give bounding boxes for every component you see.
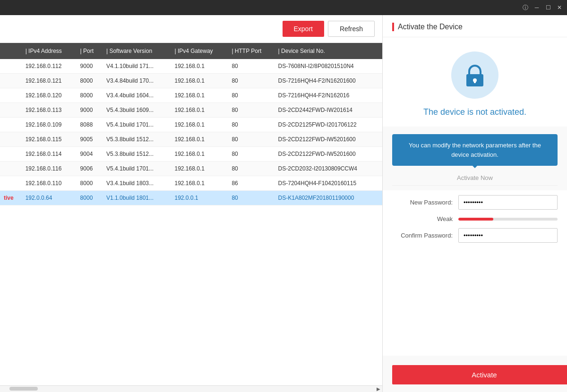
table-cell: [0, 132, 22, 147]
table-row[interactable]: 192.168.0.1139000V5.4.3build 1609...192.…: [0, 103, 382, 118]
table-row[interactable]: 192.168.0.1218000V3.4.84build 170...192.…: [0, 74, 382, 88]
table-cell: [0, 103, 22, 118]
col-ipv4: | IPv4 Address: [22, 43, 77, 59]
table-cell: 9005: [77, 132, 103, 147]
table-cell: 192.168.0.1: [171, 88, 228, 103]
table-cell: DS-2CD2122FWD-IW5201600: [275, 147, 382, 162]
table-header-row: | IPv4 Address | Port | Software Version…: [0, 43, 382, 59]
table-cell: V1.1.0build 1801...: [103, 191, 171, 205]
table-cell: 192.168.0.120: [22, 88, 77, 103]
table-cell: 192.168.0.110: [22, 176, 77, 191]
table-cell: [0, 176, 22, 191]
confirm-password-label: Confirm Password:: [392, 232, 458, 239]
table-cell: [0, 118, 22, 132]
table-cell: V4.1.10build 171...: [103, 59, 171, 74]
table-cell: 9004: [77, 147, 103, 162]
col-software: | Software Version: [103, 43, 171, 59]
devices-table: | IPv4 Address | Port | Software Version…: [0, 43, 382, 205]
table-cell: V3.4.1build 1803...: [103, 176, 171, 191]
table-cell: 192.168.0.114: [22, 147, 77, 162]
table-cell: V3.4.4build 1604...: [103, 88, 171, 103]
table-cell: 192.168.0.1: [171, 162, 228, 176]
lock-icon: [463, 63, 487, 87]
table-cell: 9000: [77, 59, 103, 74]
table-cell: 192.168.0.113: [22, 103, 77, 118]
table-cell: V5.3.8build 1512...: [103, 147, 171, 162]
table-cell: 192.168.0.1: [171, 103, 228, 118]
table-cell: 80: [228, 74, 274, 88]
table-row[interactable]: 192.168.0.1208000V3.4.4build 1604...192.…: [0, 88, 382, 103]
right-panel-header: Activate the Device: [383, 15, 567, 37]
table-row[interactable]: 192.168.0.1098088V5.4.1build 1701...192.…: [0, 118, 382, 132]
strength-bar-container: [458, 218, 558, 221]
info-button[interactable]: ⓘ: [522, 4, 529, 11]
device-tbody: 192.168.0.1129000V4.1.10build 171...192.…: [0, 59, 382, 205]
table-cell: 192.168.0.112: [22, 59, 77, 74]
activate-title-text: Activate the Device: [398, 23, 463, 31]
col-port: | Port: [77, 43, 103, 59]
table-cell: [0, 88, 22, 103]
table-cell: DS-K1A802MF201801190000: [275, 191, 382, 205]
refresh-button[interactable]: Refresh: [328, 21, 375, 37]
table-cell: 80: [228, 147, 274, 162]
table-cell: 8000: [77, 191, 103, 205]
table-cell: V5.4.1build 1701...: [103, 118, 171, 132]
tooltip-bubble: You can modify the network parameters af…: [392, 134, 558, 166]
table-cell: V5.4.1build 1701...: [103, 162, 171, 176]
title-accent: [392, 23, 394, 31]
table-cell: 8000: [77, 74, 103, 88]
table-cell: [0, 59, 22, 74]
table-cell: DS-2CD2442FWD-IW201614: [275, 103, 382, 118]
col-gateway: | IPv4 Gateway: [171, 43, 228, 59]
table-cell: DS-2CD2122FWD-IW5201600: [275, 132, 382, 147]
table-row[interactable]: 192.168.0.1149004V5.3.8build 1512...192.…: [0, 147, 382, 162]
table-cell: 8000: [77, 176, 103, 191]
table-cell: 192.168.0.121: [22, 74, 77, 88]
divider-line: [392, 185, 558, 186]
title-bar: ⓘ ─ ☐ ✕: [0, 0, 567, 15]
maximize-button[interactable]: ☐: [544, 4, 552, 11]
new-password-row: New Password:: [392, 195, 558, 210]
table-cell: 192.168.0.1: [171, 74, 228, 88]
table-cell: 192.0.0.64: [22, 191, 77, 205]
scroll-right-icon[interactable]: ▶: [377, 386, 380, 392]
minimize-button[interactable]: ─: [533, 4, 541, 11]
table-cell: V5.4.3build 1609...: [103, 103, 171, 118]
table-cell: 192.168.0.1: [171, 59, 228, 74]
table-cell: [0, 147, 22, 162]
tooltip-text: You can modify the network parameters af…: [409, 142, 541, 158]
table-cell: 192.0.0.1: [171, 191, 228, 205]
password-form: New Password: Weak Confirm Password:: [383, 190, 567, 356]
table-cell: 80: [228, 88, 274, 103]
strength-bar-fill: [458, 218, 493, 221]
confirm-password-input[interactable]: [458, 228, 558, 243]
table-cell: 192.168.0.115: [22, 132, 77, 147]
main-content: Export Refresh | IPv4 Address | Port | S…: [0, 15, 567, 392]
strength-label: Weak: [392, 215, 458, 222]
new-password-input[interactable]: [458, 195, 558, 210]
table-row[interactable]: 192.168.0.1169006V5.4.1build 1701...192.…: [0, 162, 382, 176]
device-table[interactable]: | IPv4 Address | Port | Software Version…: [0, 43, 382, 385]
table-cell: 192.168.0.1: [171, 132, 228, 147]
right-panel: Activate the Device The device is not ac…: [383, 15, 567, 392]
table-row[interactable]: 192.168.0.1108000V3.4.1build 1803...192.…: [0, 176, 382, 191]
table-row[interactable]: tive192.0.0.648000V1.1.0build 1801...192…: [0, 191, 382, 205]
export-button[interactable]: Export: [283, 21, 324, 37]
scrollbar-thumb[interactable]: [9, 387, 38, 391]
strength-row: Weak: [392, 215, 558, 222]
table-cell: 80: [228, 118, 274, 132]
table-cell: DS-2CD2125FWD-I201706122: [275, 118, 382, 132]
table-row[interactable]: 192.168.0.1159005V5.3.8build 1512...192.…: [0, 132, 382, 147]
close-button[interactable]: ✕: [556, 4, 563, 11]
table-cell: DS-7608NI-I2/8P08201510N4: [275, 59, 382, 74]
table-cell: 192.168.0.1: [171, 176, 228, 191]
not-activated-text: The device is not activated.: [423, 107, 526, 117]
table-row[interactable]: 192.168.0.1129000V4.1.10build 171...192.…: [0, 59, 382, 74]
col-http-port: | HTTP Port: [228, 43, 274, 59]
toolbar: Export Refresh: [0, 15, 382, 43]
activate-button[interactable]: Activate: [392, 365, 567, 384]
table-scrollbar[interactable]: ▶: [0, 385, 382, 392]
table-cell: V3.4.84build 170...: [103, 74, 171, 88]
table-cell: DS-7204HQH4-F10420160115: [275, 176, 382, 191]
lock-area: The device is not activated.: [383, 37, 567, 127]
